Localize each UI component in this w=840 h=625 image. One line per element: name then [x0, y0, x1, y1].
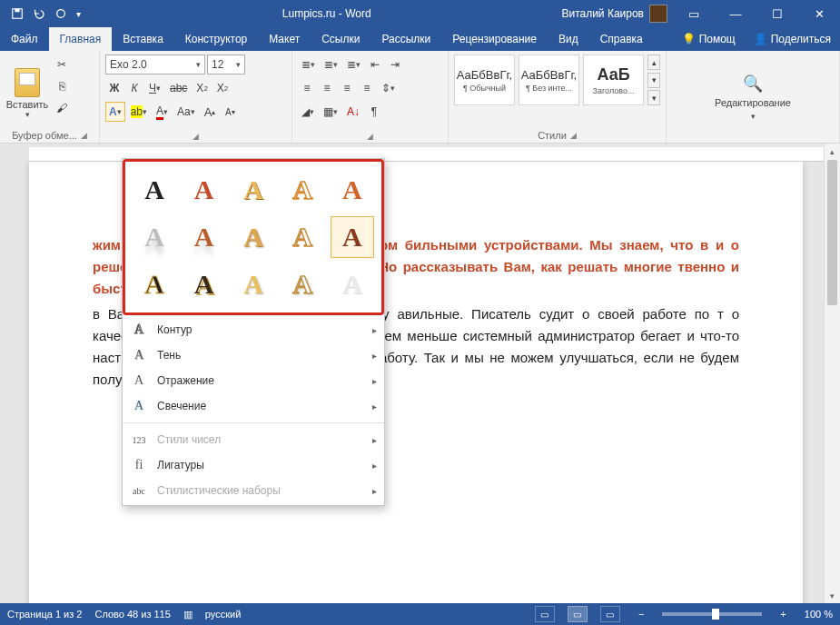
multilevel-button[interactable]: ≣ ▾	[343, 55, 364, 74]
font-color-button[interactable]: A ▾	[153, 102, 172, 122]
font-name-combo[interactable]: Exo 2.0▾	[105, 55, 205, 74]
tab-design[interactable]: Конструктор	[174, 27, 258, 51]
bold-button[interactable]: Ж	[105, 78, 124, 98]
status-language[interactable]: русский	[205, 609, 241, 620]
fx-preset-15[interactable]: A	[331, 263, 374, 305]
fx-preset-7[interactable]: A	[182, 216, 225, 258]
paragraph-dialog-launcher[interactable]: ◢	[367, 132, 373, 141]
tab-layout[interactable]: Макет	[258, 27, 311, 51]
status-words[interactable]: Слово 48 из 115	[94, 609, 170, 620]
shading-button[interactable]: ◢ ▾	[298, 102, 318, 122]
tab-file[interactable]: Файл	[0, 27, 49, 51]
copy-button[interactable]: ⎘	[53, 76, 71, 96]
tab-mailings[interactable]: Рассылки	[371, 27, 441, 51]
line-spacing-button[interactable]: ⇕ ▾	[378, 78, 399, 98]
share-button[interactable]: 👤Поделиться	[745, 27, 840, 51]
zoom-slider[interactable]	[662, 612, 762, 616]
clipboard-dialog-launcher[interactable]: ◢	[81, 131, 87, 140]
fx-preset-14[interactable]: A	[281, 263, 324, 305]
text-effects-button[interactable]: A ▾	[105, 102, 125, 122]
subscript-button[interactable]: X2	[193, 78, 211, 98]
superscript-button[interactable]: X2	[213, 78, 232, 98]
fx-outline[interactable]: A Контур▸	[123, 317, 384, 342]
cut-button[interactable]: ✂	[53, 55, 71, 74]
status-page[interactable]: Страница 1 из 2	[7, 609, 82, 620]
font-size-combo[interactable]: 12▾	[207, 55, 245, 74]
scroll-up-arrow[interactable]: ▴	[825, 144, 840, 159]
shrink-font-button[interactable]: A▾	[221, 102, 239, 122]
increase-indent-button[interactable]: ⇥	[386, 55, 404, 74]
scroll-down-arrow[interactable]: ▾	[825, 588, 840, 603]
style-no-spacing[interactable]: АаБбВвГг, ¶ Без инте...	[519, 55, 579, 105]
styles-expand[interactable]: ▾	[647, 90, 660, 105]
fx-preset-10[interactable]: A	[331, 216, 374, 258]
italic-button[interactable]: К	[125, 78, 143, 98]
view-web-layout[interactable]: ▭	[600, 606, 620, 622]
scroll-thumb[interactable]	[827, 160, 837, 305]
highlight-button[interactable]: ab ▾	[127, 102, 151, 122]
fx-preset-1[interactable]: A	[133, 169, 176, 211]
styles-scroll-up[interactable]: ▴	[647, 55, 660, 70]
fx-preset-5[interactable]: A	[331, 169, 374, 211]
sort-button[interactable]: A↓	[343, 102, 363, 122]
status-proofing-icon[interactable]: ▥	[183, 609, 193, 620]
fx-reflection[interactable]: A Отражение▸	[123, 368, 384, 393]
align-right-button[interactable]: ≡	[338, 78, 356, 98]
fx-preset-2[interactable]: A	[182, 169, 225, 211]
fx-preset-6[interactable]: A	[133, 216, 176, 258]
borders-button[interactable]: ▦ ▾	[320, 102, 341, 122]
tab-view[interactable]: Вид	[548, 27, 589, 51]
user-avatar[interactable]	[649, 5, 667, 23]
grow-font-button[interactable]: A▴	[201, 102, 220, 122]
tab-review[interactable]: Рецензирование	[441, 27, 548, 51]
maximize-button[interactable]: ☐	[756, 0, 798, 27]
zoom-level[interactable]: 100 %	[805, 609, 833, 620]
align-center-button[interactable]: ≡	[318, 78, 336, 98]
user-name[interactable]: Виталий Каиров	[561, 7, 644, 20]
fx-shadow[interactable]: A Тень▸	[123, 342, 384, 368]
style-heading[interactable]: АаБ Заголово...	[583, 55, 644, 105]
minimize-button[interactable]: —	[715, 0, 756, 27]
zoom-in-button[interactable]: +	[775, 609, 791, 620]
decrease-indent-button[interactable]: ⇤	[366, 55, 384, 74]
fx-glow[interactable]: A Свечение▸	[123, 393, 384, 419]
font-dialog-launcher[interactable]: ◢	[193, 132, 199, 141]
change-case-button[interactable]: Aa ▾	[173, 102, 199, 122]
fx-preset-11[interactable]: A	[133, 263, 176, 305]
style-normal[interactable]: АаБбВвГг, ¶ Обычный	[454, 55, 515, 105]
fx-preset-13[interactable]: A	[232, 263, 275, 305]
numbering-button[interactable]: ≣ ▾	[321, 55, 341, 74]
undo-icon[interactable]	[33, 7, 45, 20]
styles-dialog-launcher[interactable]: ◢	[570, 131, 577, 140]
format-painter-button[interactable]: 🖌	[53, 98, 71, 118]
tab-references[interactable]: Ссылки	[311, 27, 371, 51]
fx-preset-8[interactable]: A	[232, 216, 275, 258]
paste-button[interactable]: Вставить ▾	[5, 55, 49, 128]
close-button[interactable]: ✕	[798, 0, 840, 27]
zoom-slider-knob[interactable]	[712, 609, 719, 620]
view-print-layout[interactable]: ▭	[568, 606, 588, 622]
redo-icon[interactable]	[54, 7, 67, 20]
bullets-button[interactable]: ≣ ▾	[298, 55, 319, 74]
underline-button[interactable]: Ч ▾	[145, 78, 164, 98]
tab-insert[interactable]: Вставка	[112, 27, 174, 51]
qat-customize-icon[interactable]: ▾	[76, 9, 81, 19]
tab-help[interactable]: Справка	[589, 27, 654, 51]
tab-home[interactable]: Главная	[49, 27, 113, 51]
fx-ligatures[interactable]: fi Лигатуры▸	[123, 452, 384, 478]
fx-preset-9[interactable]: A	[281, 216, 324, 258]
fx-preset-12[interactable]: A	[182, 263, 225, 305]
autosave-icon[interactable]	[11, 7, 24, 20]
strikethrough-button[interactable]: abc	[166, 78, 191, 98]
zoom-out-button[interactable]: −	[633, 609, 649, 620]
styles-scroll-down[interactable]: ▾	[647, 73, 660, 88]
justify-button[interactable]: ≡	[358, 78, 376, 98]
vertical-scrollbar[interactable]: ▴ ▾	[824, 144, 840, 603]
tell-me[interactable]: 💡Помощ	[673, 27, 745, 51]
view-read-mode[interactable]: ▭	[535, 606, 555, 622]
show-marks-button[interactable]: ¶	[365, 102, 383, 122]
align-left-button[interactable]: ≡	[298, 78, 316, 98]
ribbon-options-icon[interactable]: ▭	[673, 0, 715, 27]
fx-preset-3[interactable]: A	[232, 169, 275, 211]
fx-preset-4[interactable]: A	[281, 169, 324, 211]
